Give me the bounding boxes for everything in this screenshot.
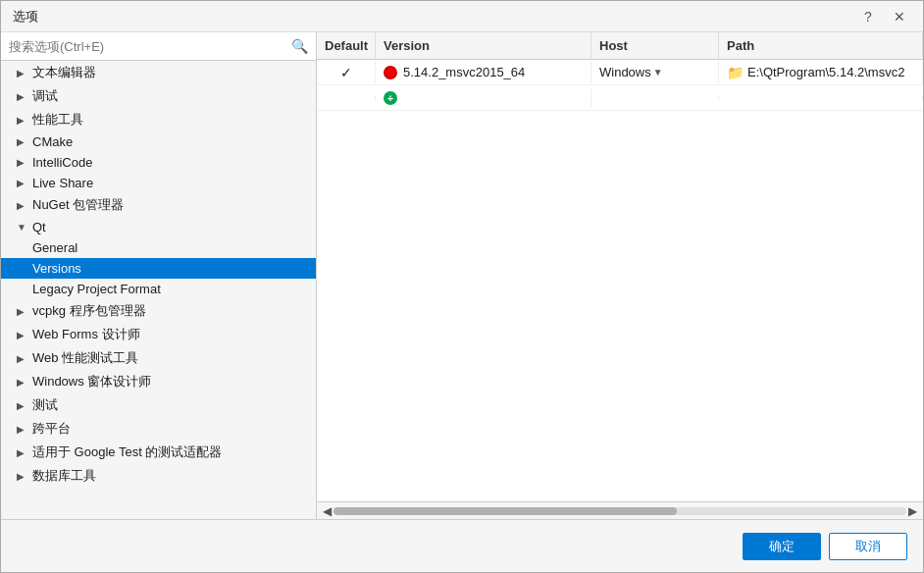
- arrow-icon: ▶: [17, 377, 28, 388]
- options-dialog: 选项 ? ✕ 🔍 ▶文本编辑器▶调试▶性能工具▶CMake▶IntelliCod…: [0, 0, 924, 573]
- sidebar-tree: ▶文本编辑器▶调试▶性能工具▶CMake▶IntelliCode▶Live Sh…: [1, 61, 316, 519]
- table-header: Default Version Host Path: [317, 32, 923, 60]
- arrow-icon: ▶: [17, 330, 28, 340]
- search-bar: 🔍: [1, 32, 316, 61]
- host-value: Windows: [599, 65, 651, 79]
- sidebar-label: Web Forms 设计师: [32, 326, 140, 343]
- td-host[interactable]: Windows ▼: [591, 62, 719, 82]
- table-row[interactable]: +: [317, 85, 923, 111]
- table-body: ✓ 5.14.2_msvc2015_64 Windows ▼ 📁 E:\QtPr…: [317, 60, 923, 501]
- td-default: [317, 95, 376, 101]
- cancel-button[interactable]: 取消: [829, 533, 907, 560]
- sidebar-item-qt-legacy[interactable]: Legacy Project Format: [1, 279, 316, 299]
- td-host: [591, 95, 719, 101]
- right-panel: Default Version Host Path ✓ 5.14.2_msvc2…: [317, 32, 923, 519]
- close-button[interactable]: ✕: [888, 5, 911, 28]
- col-header-default: Default: [317, 32, 376, 59]
- check-icon: ✓: [340, 65, 352, 80]
- sidebar-label: 文本编辑器: [32, 64, 96, 81]
- arrow-icon: ▶: [17, 400, 28, 411]
- sidebar-label: General: [32, 240, 77, 255]
- arrow-icon: ▶: [17, 68, 28, 78]
- scroll-thumb: [334, 507, 677, 515]
- sidebar-item-google-test[interactable]: ▶适用于 Google Test 的测试适配器: [1, 441, 316, 464]
- arrow-icon: ▼: [17, 222, 28, 233]
- sidebar-label: NuGet 包管理器: [32, 196, 124, 214]
- td-path: [719, 95, 923, 101]
- dropdown-arrow-icon: ▼: [653, 67, 663, 78]
- title-bar: 选项 ? ✕: [1, 1, 923, 32]
- error-icon: [384, 66, 397, 79]
- arrow-icon: ▶: [17, 306, 28, 317]
- arrow-icon: ▶: [17, 178, 28, 188]
- scroll-right-button[interactable]: ▶: [906, 504, 919, 518]
- arrow-icon: ▶: [17, 115, 28, 126]
- sidebar-label: 适用于 Google Test 的测试适配器: [32, 443, 222, 461]
- sidebar-label: 数据库工具: [32, 467, 96, 485]
- dialog-title: 选项: [13, 8, 38, 26]
- sidebar-label: CMake: [32, 134, 73, 149]
- dialog-footer: 确定 取消: [1, 519, 923, 572]
- confirm-button[interactable]: 确定: [743, 533, 821, 560]
- left-panel: 🔍 ▶文本编辑器▶调试▶性能工具▶CMake▶IntelliCode▶Live …: [1, 32, 317, 519]
- sidebar-label: Web 性能测试工具: [32, 349, 138, 367]
- td-path: 📁 E:\QtProgram\5.14.2\msvc2: [719, 62, 923, 83]
- sidebar-item-qt[interactable]: ▼Qt: [1, 217, 316, 237]
- sidebar-item-nuget[interactable]: ▶NuGet 包管理器: [1, 193, 316, 217]
- arrow-icon: ▶: [17, 136, 28, 147]
- sidebar-label: vcpkg 程序包管理器: [32, 302, 146, 320]
- sidebar-label: Live Share: [32, 176, 93, 190]
- sidebar-item-debug[interactable]: ▶调试: [1, 84, 316, 108]
- sidebar-item-web-perf[interactable]: ▶Web 性能测试工具: [1, 346, 316, 370]
- search-input[interactable]: [9, 39, 287, 54]
- horizontal-scrollbar[interactable]: ◀ ▶: [317, 501, 923, 519]
- scroll-left-button[interactable]: ◀: [321, 504, 334, 518]
- sidebar-item-windows-designer[interactable]: ▶Windows 窗体设计师: [1, 370, 316, 393]
- sidebar-label: Qt: [32, 220, 46, 234]
- sidebar-item-qt-general[interactable]: General: [1, 237, 316, 258]
- sidebar-label: Versions: [32, 261, 81, 276]
- sidebar-label: 调试: [32, 87, 58, 105]
- arrow-icon: ▶: [17, 471, 28, 482]
- sidebar-item-cmake[interactable]: ▶CMake: [1, 131, 316, 152]
- arrow-icon: ▶: [17, 424, 28, 435]
- arrow-icon: ▶: [17, 91, 28, 102]
- col-header-host: Host: [591, 32, 719, 59]
- sidebar-label: Windows 窗体设计师: [32, 373, 151, 391]
- sidebar-item-intellicode[interactable]: ▶IntelliCode: [1, 152, 316, 173]
- sidebar-label: 测试: [32, 396, 58, 414]
- arrow-icon: ▶: [17, 200, 28, 211]
- help-button[interactable]: ?: [856, 5, 880, 28]
- path-value: E:\QtProgram\5.14.2\msvc2: [747, 65, 904, 79]
- sidebar-item-qt-versions[interactable]: Versions: [1, 258, 316, 279]
- td-version[interactable]: +: [376, 88, 591, 108]
- td-version: 5.14.2_msvc2015_64: [376, 62, 591, 82]
- sidebar-item-vcpkg[interactable]: ▶vcpkg 程序包管理器: [1, 299, 316, 323]
- scroll-track[interactable]: [334, 507, 906, 515]
- sidebar-item-perf-tools[interactable]: ▶性能工具: [1, 108, 316, 131]
- arrow-icon: ▶: [17, 157, 28, 168]
- col-header-path: Path: [719, 32, 923, 59]
- sidebar-item-test[interactable]: ▶测试: [1, 393, 316, 417]
- folder-icon: 📁: [727, 65, 744, 80]
- arrow-icon: ▶: [17, 447, 28, 458]
- sidebar-item-cross-platform[interactable]: ▶跨平台: [1, 417, 316, 441]
- sidebar-label: IntelliCode: [32, 155, 92, 170]
- title-bar-actions: ? ✕: [856, 5, 911, 28]
- sidebar-item-data-tools[interactable]: ▶数据库工具: [1, 464, 316, 488]
- sidebar-item-web-forms[interactable]: ▶Web Forms 设计师: [1, 323, 316, 346]
- td-default: ✓: [317, 62, 376, 83]
- sidebar-label: Legacy Project Format: [32, 282, 161, 296]
- host-dropdown[interactable]: Windows ▼: [599, 65, 663, 79]
- search-icon: 🔍: [291, 38, 308, 54]
- sidebar-item-live-share[interactable]: ▶Live Share: [1, 173, 316, 193]
- sidebar-item-text-editor[interactable]: ▶文本编辑器: [1, 61, 316, 84]
- arrow-icon: ▶: [17, 353, 28, 364]
- add-icon: +: [384, 91, 397, 105]
- table-row[interactable]: ✓ 5.14.2_msvc2015_64 Windows ▼ 📁 E:\QtPr…: [317, 60, 923, 85]
- col-header-version: Version: [376, 32, 591, 59]
- main-content: 🔍 ▶文本编辑器▶调试▶性能工具▶CMake▶IntelliCode▶Live …: [1, 32, 923, 519]
- sidebar-label: 性能工具: [32, 111, 83, 129]
- sidebar-label: 跨平台: [32, 420, 71, 438]
- version-label: 5.14.2_msvc2015_64: [403, 65, 525, 79]
